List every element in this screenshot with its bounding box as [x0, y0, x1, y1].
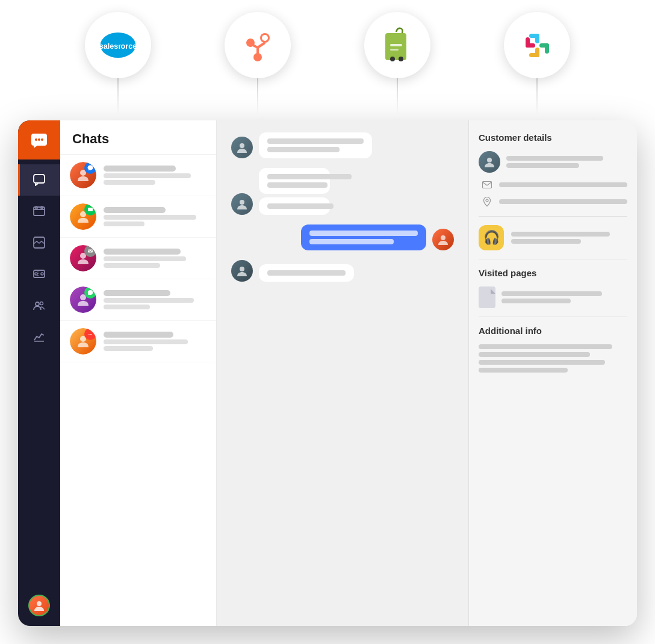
- main-chat-area: [217, 120, 468, 626]
- svg-rect-11: [390, 44, 402, 46]
- svg-rect-30: [36, 206, 37, 209]
- salesforce-integration[interactable]: salesforce: [85, 12, 151, 78]
- svg-point-14: [399, 57, 403, 61]
- svg-point-50: [441, 235, 445, 240]
- chat-info-1: [104, 166, 206, 185]
- svg-rect-27: [34, 175, 45, 183]
- sidebar-logo: [18, 120, 60, 159]
- svg-point-48: [240, 143, 244, 148]
- chat-avatar-4: [70, 286, 96, 313]
- svg-point-24: [35, 138, 37, 141]
- chat-item[interactable]: [60, 196, 216, 238]
- sidebar-item-contacts[interactable]: [18, 289, 60, 321]
- customer-details-row: [479, 151, 627, 173]
- message-row-sent: [231, 224, 454, 250]
- ai-bar-3: [479, 360, 605, 365]
- inbox-icon: [33, 237, 45, 249]
- svg-point-37: [36, 302, 39, 306]
- headset-info: [511, 232, 627, 244]
- right-panel: Customer details: [468, 120, 637, 626]
- msg-avatar-2: [231, 193, 253, 215]
- user-avatar[interactable]: [28, 595, 50, 616]
- sidebar-item-inbox[interactable]: [18, 227, 60, 258]
- chat-item[interactable]: ···: [60, 321, 216, 362]
- svg-point-26: [41, 138, 43, 141]
- headset-icon: 🎧: [479, 225, 504, 250]
- svg-point-34: [35, 273, 37, 275]
- visited-pages-title: Visited pages: [479, 268, 627, 278]
- whatsapp-badge: [84, 286, 96, 299]
- svg-point-2: [110, 33, 126, 45]
- sms-badge: ···: [84, 328, 96, 340]
- chat-avatar-5: ···: [70, 328, 96, 355]
- shopify-integration[interactable]: [364, 12, 430, 78]
- message-bubble-received-3: [259, 264, 354, 282]
- svg-rect-18: [529, 34, 539, 38]
- divider-3: [479, 317, 627, 317]
- svg-rect-53: [483, 182, 492, 188]
- chat-item[interactable]: [60, 279, 216, 321]
- svg-rect-16: [526, 37, 530, 48]
- chat-list-header: Chats: [60, 120, 216, 155]
- coupons-icon: [33, 268, 45, 280]
- customer-email-bar: [499, 182, 627, 187]
- messenger-badge: [84, 162, 96, 174]
- message-row-received-2: [231, 168, 454, 215]
- sidebar-item-coupons[interactable]: [18, 258, 60, 289]
- chat-list-panel: Chats: [60, 120, 217, 626]
- svg-rect-12: [390, 49, 399, 51]
- chat-avatar-1: [70, 162, 96, 188]
- slack-integration[interactable]: [504, 12, 570, 78]
- customer-name-info: [506, 156, 627, 168]
- visited-page-item: [479, 286, 627, 308]
- svg-point-40: [37, 601, 42, 606]
- shopify-icon: [379, 26, 415, 65]
- sidebar-item-reports[interactable]: [18, 321, 60, 352]
- chat-logo-icon: [30, 131, 48, 149]
- customer-email-row: [479, 179, 627, 191]
- msg-avatar-1: [231, 137, 253, 158]
- chat-info-3: [104, 249, 206, 268]
- svg-point-52: [487, 158, 492, 163]
- sidebar-nav: [18, 159, 60, 595]
- hubspot-icon: [240, 27, 276, 63]
- line-badge: [84, 203, 96, 215]
- customer-avatar: [479, 151, 500, 173]
- additional-info-title: Additional info: [479, 326, 627, 336]
- message-bubble-sent: [301, 224, 426, 250]
- ai-bar-2: [479, 352, 590, 357]
- headset-row: 🎧: [479, 225, 627, 250]
- message-bubble-received-2a: [259, 168, 330, 194]
- svg-rect-31: [41, 206, 43, 209]
- chat-item[interactable]: [60, 238, 216, 279]
- visited-page-info: [501, 291, 627, 303]
- divider-2: [479, 259, 627, 259]
- svg-rect-20: [545, 43, 549, 54]
- message-bubble-received-2b: [259, 197, 330, 215]
- page-file-icon: [479, 286, 495, 308]
- slack-icon: [521, 29, 554, 62]
- chat-info-4: [104, 290, 206, 309]
- ai-bar-4: [479, 368, 568, 373]
- svg-rect-43: [88, 208, 93, 211]
- chat-info-5: [104, 332, 206, 351]
- msg-avatar-sent: [432, 229, 454, 250]
- chat-info-2: [104, 207, 206, 226]
- svg-line-4: [258, 43, 265, 48]
- hubspot-integration[interactable]: [225, 12, 291, 78]
- tickets-icon: [33, 205, 45, 217]
- svg-point-25: [38, 138, 40, 141]
- sidebar-item-tickets[interactable]: [18, 196, 60, 227]
- svg-rect-22: [529, 53, 539, 57]
- svg-point-51: [240, 267, 244, 271]
- chat-item[interactable]: [60, 155, 216, 196]
- message-row-received: [231, 132, 454, 158]
- svg-point-38: [40, 302, 43, 305]
- message-row-received-3: [231, 260, 454, 282]
- chat-list: ···: [60, 155, 216, 626]
- svg-point-35: [41, 273, 43, 275]
- sidebar: [18, 120, 60, 626]
- svg-point-9: [262, 35, 268, 41]
- sidebar-item-chats[interactable]: [18, 164, 60, 196]
- salesforce-icon: salesforce: [97, 30, 139, 60]
